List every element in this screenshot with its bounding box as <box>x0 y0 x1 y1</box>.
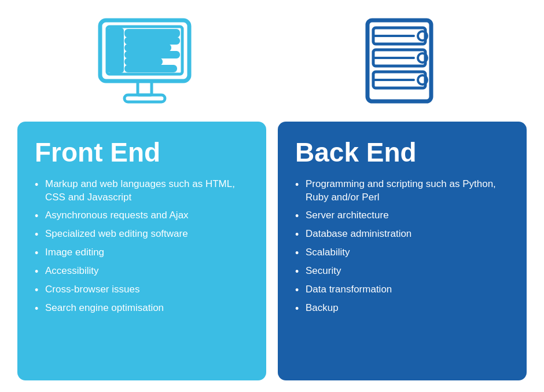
svg-rect-7 <box>126 60 161 64</box>
list-item: Cross-browser issues <box>35 283 249 296</box>
cards-row: Front End Markup and web languages such … <box>17 122 527 380</box>
top-icons-row <box>17 12 527 110</box>
list-item: Programming and scripting such as Python… <box>295 178 509 204</box>
list-item: Image editing <box>35 246 249 259</box>
back-end-title: Back End <box>295 138 509 167</box>
list-item: Search engine optimisation <box>35 302 249 315</box>
svg-rect-6 <box>126 53 178 57</box>
front-end-card: Front End Markup and web languages such … <box>17 122 266 380</box>
svg-rect-5 <box>126 46 170 50</box>
list-item: Database administration <box>295 228 509 241</box>
front-end-title: Front End <box>35 138 249 167</box>
list-item: Server architecture <box>295 209 509 222</box>
list-item: Asynchronous requests and Ajax <box>35 209 249 222</box>
list-item: Security <box>295 265 509 278</box>
list-item: Markup and web languages such as HTML, C… <box>35 178 249 204</box>
svg-rect-3 <box>126 31 178 36</box>
list-item: Accessibility <box>35 265 249 278</box>
list-item: Backup <box>295 302 509 315</box>
svg-rect-8 <box>126 67 175 71</box>
list-item: Scalability <box>295 246 509 259</box>
svg-rect-9 <box>138 81 152 95</box>
list-item: Data transformation <box>295 283 509 296</box>
svg-rect-10 <box>124 95 165 102</box>
list-item: Specialized web editing software <box>35 228 249 241</box>
back-end-list: Programming and scripting such as Python… <box>295 178 509 316</box>
front-end-list: Markup and web languages such as HTML, C… <box>35 178 249 316</box>
svg-rect-4 <box>126 39 178 43</box>
back-end-card: Back End Programming and scripting such … <box>278 122 527 380</box>
server-icon <box>272 12 527 110</box>
svg-rect-2 <box>109 29 123 72</box>
monitor-icon <box>17 12 272 110</box>
